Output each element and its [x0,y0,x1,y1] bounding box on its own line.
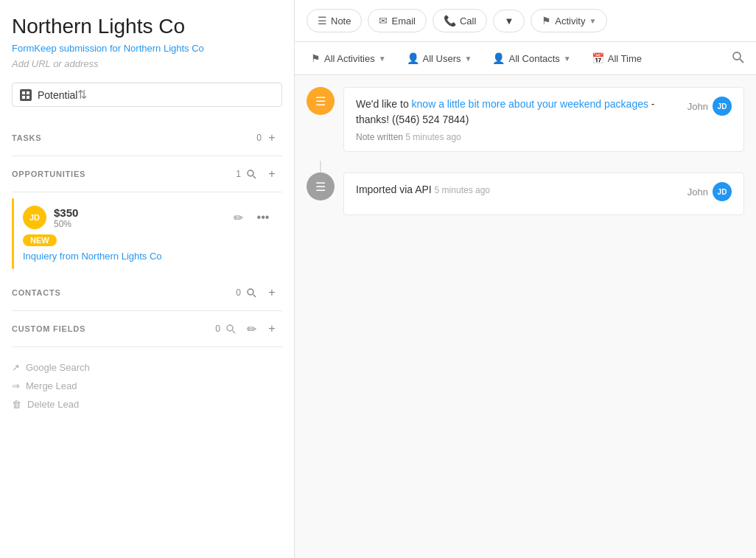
right-panel: ☰ Note ✉ Email 📞 Call ▼ ⚑ Activity ▼ [295,0,756,558]
import-activity-icon: ☰ [307,172,335,200]
all-time-filter[interactable]: 📅 All Time [587,49,646,67]
note-activity-meta: Note written 5 minutes ago [356,132,732,142]
opportunity-amount: $350 [54,206,78,219]
call-label: Call [460,15,476,27]
all-activities-filter[interactable]: ⚑ All Activities ▼ [307,49,391,67]
tasks-add-button[interactable]: + [262,128,282,148]
building-icon [20,89,32,101]
bottom-links: ↗ Google Search ⇒ Merge Lead 🗑 Delete Le… [12,362,282,410]
note-activity-time: 5 minutes ago [405,132,461,142]
opportunity-card: JD $350 50% ✏ ••• NEW Inquiery from Nort… [12,198,282,269]
note-button[interactable]: ☰ Note [307,9,362,32]
email-button[interactable]: ✉ Email [368,9,427,32]
note-user-avatar: JD [713,97,732,116]
svg-point-8 [227,325,233,331]
opportunities-section-header: OPPORTUNITIES 1 + [12,156,282,192]
email-icon: ✉ [379,15,388,27]
left-panel: Northern Lights Co FormKeep submission f… [0,0,295,558]
activity-item-note: ☰ We'd like to know a little bit more ab… [307,87,744,152]
calendar-icon: 📅 [592,52,604,64]
contacts-add-button[interactable]: + [262,282,282,303]
custom-fields-count: 0 [215,324,220,334]
all-contacts-label: All Contacts [508,53,559,64]
svg-rect-0 [22,91,25,94]
flag-icon: ⚑ [311,52,321,64]
all-contacts-filter[interactable]: 👤 All Contacts ▼ [488,49,575,67]
all-users-label: All Users [423,53,461,64]
merge-lead-label: Merge Lead [26,380,77,391]
custom-fields-edit-button[interactable]: ✏ [241,318,262,339]
contacts-icon: 👤 [492,52,505,64]
activity-note-card: We'd like to know a little bit more abou… [343,87,744,152]
all-activities-label: All Activities [324,53,375,64]
all-activities-chevron: ▼ [379,55,386,63]
all-contacts-chevron: ▼ [564,55,571,63]
opportunities-search-button[interactable] [241,164,262,184]
contacts-label: CONTACTS [12,288,233,297]
opportunity-avatar: JD [23,206,46,229]
svg-point-6 [248,289,253,295]
call-button[interactable]: 📞 Call [433,9,487,32]
svg-point-10 [733,52,741,60]
activity-feed: ☰ We'd like to know a little bit more ab… [295,75,756,558]
activity-toolbar: ☰ Note ✉ Email 📞 Call ▼ ⚑ Activity ▼ [295,0,756,42]
opportunities-add-button[interactable]: + [262,164,282,184]
company-name: Northern Lights Co [12,15,282,38]
delete-lead-label: Delete Lead [27,399,79,410]
svg-point-4 [248,170,253,176]
status-label: Potential [38,89,77,101]
opportunity-title[interactable]: Inquiery from Northern Lights Co [23,251,273,262]
svg-line-9 [233,331,236,334]
note-activity-icon: ☰ [307,87,335,115]
tasks-label: TASKS [12,133,253,142]
svg-line-11 [740,59,743,63]
phone-icon: 📞 [444,15,456,27]
feed-search-icon[interactable] [731,50,744,67]
opportunity-percent: 50% [54,219,78,229]
import-user-avatar: JD [713,182,732,201]
svg-rect-2 [22,96,25,99]
status-selector[interactable]: Potential ⇅ [12,83,282,107]
activity-import-card: Imported via API 5 minutes ago John JD [343,172,744,215]
google-search-link[interactable]: ↗ Google Search [12,362,282,373]
opportunity-badge: NEW [23,234,57,246]
custom-fields-add-button[interactable]: + [262,318,282,339]
custom-fields-section: CUSTOM FIELDS 0 ✏ + [12,311,282,347]
all-users-filter[interactable]: 👤 All Users ▼ [402,49,477,67]
svg-rect-1 [27,91,29,94]
status-arrows: ⇅ [77,88,87,102]
activity-icon: ⚑ [542,15,551,27]
opportunity-more-button[interactable]: ••• [253,207,273,228]
opportunity-edit-button[interactable]: ✏ [228,207,248,228]
email-label: Email [391,15,416,27]
company-subtitle: FormKeep submission for Northern Lights … [12,43,282,54]
delete-lead-link[interactable]: 🗑 Delete Lead [12,399,282,410]
more-icon: ▼ [504,15,514,27]
svg-rect-3 [27,96,29,99]
activity-item-import: ☰ Imported via API 5 minutes ago John JD [307,172,744,215]
note-icon: ☰ [318,15,327,27]
google-search-icon: ↗ [12,362,20,373]
tasks-section: TASKS 0 + [12,120,282,156]
contacts-search-button[interactable] [241,282,262,303]
tasks-count: 0 [256,133,262,143]
contacts-count: 0 [236,287,241,298]
import-activity-user: John JD [687,182,732,201]
activity-button[interactable]: ⚑ Activity ▼ [531,9,607,32]
more-button[interactable]: ▼ [493,10,525,32]
note-label: Note [331,15,351,27]
activity-label: Activity [555,15,585,27]
opportunities-label: OPPORTUNITIES [12,170,233,178]
custom-fields-label: CUSTOM FIELDS [12,324,212,333]
svg-line-5 [253,176,256,179]
import-username: John [687,186,708,198]
add-url[interactable]: Add URL or address [12,58,282,69]
merge-lead-link[interactable]: ⇒ Merge Lead [12,380,282,391]
custom-fields-search-button[interactable] [220,318,241,339]
merge-lead-icon: ⇒ [12,380,20,391]
note-username: John [687,101,708,112]
import-activity-text: Imported via API 5 minutes ago [356,182,679,198]
delete-lead-icon: 🗑 [12,399,21,410]
activity-chevron: ▼ [589,17,596,25]
note-activity-text: We'd like to know a little bit more abou… [356,97,679,128]
